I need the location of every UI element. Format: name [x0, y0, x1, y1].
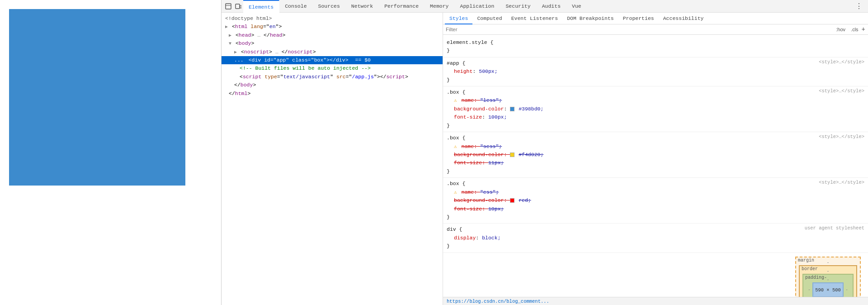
status-bar: https://blog.csdn.cn/blog_comment...: [443, 297, 868, 305]
element-style-block: element.style { }: [443, 37, 868, 57]
subtab-dom-breakpoints[interactable]: DOM Breakpoints: [562, 13, 618, 24]
box-css-source: <style>…</style>: [815, 180, 864, 185]
tab-security[interactable]: Security: [500, 0, 536, 13]
box-style-scss-block: .box { ⚠ name: "scss"; background-color:…: [443, 132, 868, 178]
padding-box: padding- - - 590 × 500 -: [802, 274, 854, 297]
tab-sources[interactable]: Sources: [313, 0, 346, 13]
app-style-block: #app { height: 500px; } <style>…</style>: [443, 57, 868, 86]
padding-label: padding-: [805, 275, 827, 280]
svg-rect-3: [240, 5, 241, 8]
html-arrow[interactable]: ▶: [225, 24, 228, 29]
tab-console[interactable]: Console: [279, 0, 312, 13]
device-toggle-icon[interactable]: [233, 1, 243, 11]
subtab-styles[interactable]: Styles: [445, 13, 472, 24]
styles-content: element.style { } #app { heigh: [443, 35, 868, 297]
noscript-line: ▶ <noscript> … </noscript>: [222, 48, 443, 56]
box-model-container: margin - border - padding- -: [795, 257, 861, 297]
html-open-line: ▶ <html lang="en">: [222, 23, 443, 31]
filter-input[interactable]: [446, 27, 833, 32]
styles-panel: Styles Computed Event Listeners DOM Brea…: [443, 13, 868, 305]
subtab-properties[interactable]: Properties: [618, 13, 659, 24]
tab-memory[interactable]: Memory: [425, 0, 454, 13]
tab-performance[interactable]: Performance: [379, 0, 425, 13]
add-style-button[interactable]: +: [862, 26, 865, 33]
devtools-body: <!doctype html> ▶ <html lang="en"> ▶ <he…: [222, 13, 868, 305]
content-box: 590 × 500: [812, 282, 844, 297]
svg-rect-2: [236, 4, 240, 9]
padding-right: -: [844, 287, 850, 292]
warning-icon-3: ⚠: [454, 190, 457, 195]
tab-audits[interactable]: Audits: [537, 0, 566, 13]
noscript-arrow[interactable]: ▶: [234, 50, 237, 55]
body-open-line: ▼ <body>: [222, 39, 443, 48]
svg-rect-0: [226, 4, 231, 9]
box-model-area: margin - border - padding- -: [443, 253, 868, 297]
subtab-accessibility[interactable]: Accessibility: [659, 13, 708, 24]
color-swatch-1: [510, 107, 514, 111]
box-style-css-block: .box { ⚠ name: "css"; background-color: …: [443, 178, 868, 224]
comment-line: <!-- Built files will be auto injected -…: [222, 64, 443, 72]
subtab-computed[interactable]: Computed: [472, 13, 506, 24]
head-arrow[interactable]: ▶: [229, 33, 231, 38]
status-url[interactable]: https://blog.csdn.cn/blog_comment...: [447, 299, 549, 304]
warning-icon-2: ⚠: [454, 144, 457, 149]
padding-left: -: [806, 287, 812, 292]
subtab-event-listeners[interactable]: Event Listeners: [507, 13, 563, 24]
box-scss-source: <style>…</style>: [815, 134, 864, 139]
margin-box: margin - border - padding- -: [795, 257, 861, 297]
main-tabs: Elements Console Sources Network Perform…: [243, 0, 866, 13]
body-close-line: </body>: [222, 81, 443, 89]
sub-tabs: Styles Computed Event Listeners DOM Brea…: [443, 13, 868, 24]
box-less-source: <style>…</style>: [815, 88, 864, 94]
color-swatch-2: [510, 152, 514, 157]
html-close-line: </html>: [222, 90, 443, 98]
tab-application[interactable]: Application: [455, 0, 500, 13]
tab-vue[interactable]: Vue: [566, 0, 587, 13]
box-style-less-block: .box { ⚠ name: "less"; background-color:…: [443, 86, 868, 132]
warning-icon-1: ⚠: [454, 98, 457, 103]
tab-elements[interactable]: Elements: [243, 0, 279, 13]
filter-bar: :hov .cls +: [443, 24, 868, 35]
body-arrow[interactable]: ▼: [229, 41, 231, 46]
hov-button[interactable]: :hov: [834, 26, 848, 33]
content-size: 590 × 500: [815, 287, 841, 293]
more-tabs-icon[interactable]: ⋮: [852, 2, 866, 11]
inspect-icon[interactable]: [223, 1, 233, 11]
ua-stylesheet-label: user agent stylesheet: [801, 225, 864, 231]
elements-panel: <!doctype html> ▶ <html lang="en"> ▶ <he…: [222, 13, 443, 305]
cls-button[interactable]: .cls: [849, 26, 861, 33]
border-box: border - padding- - -: [799, 265, 857, 297]
doctype-line: <!doctype html>: [222, 14, 443, 23]
devtools-toolbar: Elements Console Sources Network Perform…: [222, 0, 868, 13]
head-line: ▶ <head> … </head>: [222, 31, 443, 39]
devtools: Elements Console Sources Network Perform…: [222, 0, 868, 305]
tab-network[interactable]: Network: [346, 0, 379, 13]
border-label: border: [802, 267, 818, 272]
app-style-source: <style>…</style>: [815, 59, 864, 65]
color-swatch-3: [510, 198, 514, 203]
script-line: <script type="text/javascript" src="/app…: [222, 73, 443, 81]
preview-panel: [0, 0, 222, 305]
margin-label: margin: [798, 258, 814, 263]
div-ua-style-block: div { display: block; } user agent style…: [443, 224, 868, 253]
blue-box: [9, 9, 185, 186]
div-app-line[interactable]: ... <div id="app" class="box"></div> == …: [222, 56, 443, 64]
